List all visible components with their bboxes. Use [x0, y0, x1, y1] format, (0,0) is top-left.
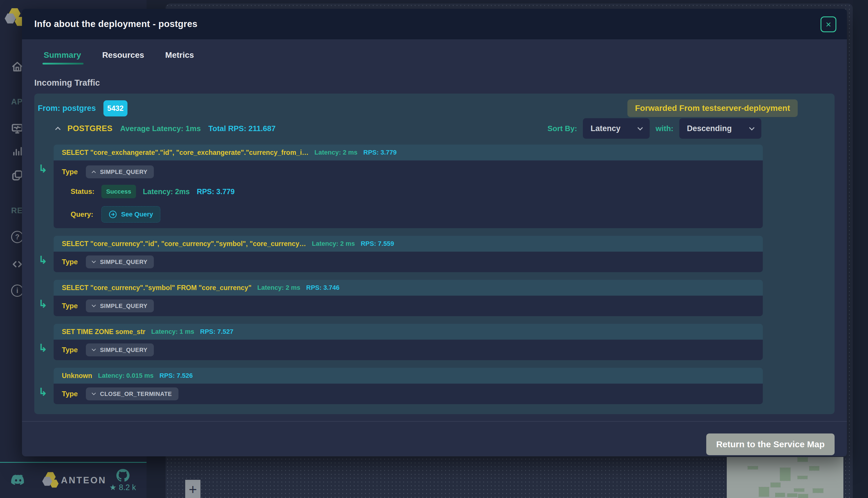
type-pill[interactable]: CLOSE_OR_TERMINATE	[86, 388, 178, 400]
query-latency: Latency: 1 ms	[151, 328, 194, 336]
sort-by-value: Latency	[591, 124, 620, 133]
star-icon: ★	[109, 483, 116, 492]
sort-by-label: Sort By:	[547, 124, 577, 133]
chevron-up-icon	[55, 127, 60, 132]
protocol-total-rps: Total RPS: 211.687	[208, 124, 275, 133]
query-group-body: Type SIMPLE_QUERY	[54, 340, 763, 360]
chevron-down-icon	[92, 347, 96, 351]
query-group: ↳ SELECT "core_currency"."symbol" FROM "…	[54, 280, 763, 316]
app-root: AP RE ? i	[0, 0, 868, 498]
query-text: SELECT "core_exchangerate"."id", "core_e…	[62, 149, 309, 157]
copy-icon	[11, 170, 23, 181]
query-group-body: Type CLOSE_OR_TERMINATE	[54, 384, 763, 404]
query-group: ↳ Unknown Latency: 0.015 ms RPS: 7.526 T…	[54, 368, 763, 404]
see-query-button[interactable]: See Query	[101, 206, 160, 223]
type-label: Type	[62, 390, 78, 398]
close-button[interactable]: ×	[820, 16, 836, 32]
type-pill[interactable]: SIMPLE_QUERY	[86, 255, 154, 268]
github-stars: ★ 8.2 k	[109, 483, 136, 492]
protocol-row: POSTGRES Average Latency: 1ms Total RPS:…	[34, 118, 835, 139]
chevron-up-icon	[92, 171, 96, 175]
sort-by-dropdown[interactable]: Latency	[583, 118, 650, 139]
modal-footer: Return to the Service Map	[34, 422, 835, 455]
sort-order-dropdown[interactable]: Descending	[679, 118, 761, 139]
tab-resources[interactable]: Resources	[102, 50, 144, 65]
chevron-down-icon	[92, 391, 96, 395]
query-text: SELECT "core_currency"."symbol" FROM "co…	[62, 284, 252, 292]
bar-chart-icon	[11, 145, 23, 157]
type-label: Type	[62, 302, 78, 310]
port-badge: 5432	[104, 100, 127, 116]
query-group-header[interactable]: Unknown Latency: 0.015 ms RPS: 7.526	[54, 368, 763, 384]
type-label: Type	[62, 168, 78, 176]
close-icon: ×	[826, 19, 831, 30]
branch-arrow-icon: ↳	[38, 386, 47, 398]
sidebar-section-label-ap: AP	[11, 97, 23, 106]
type-pill[interactable]: SIMPLE_QUERY	[86, 299, 154, 312]
type-label: Type	[62, 346, 78, 354]
query-rps: RPS: 7.527	[200, 328, 233, 336]
query-rps: RPS: 7.559	[361, 240, 394, 248]
query-groups: ↳ SELECT "core_exchangerate"."id", "core…	[54, 145, 763, 404]
type-value: SIMPLE_QUERY	[100, 259, 147, 265]
type-row: Type SIMPLE_QUERY	[62, 165, 755, 179]
type-value: SIMPLE_QUERY	[100, 303, 147, 310]
query-rps: RPS: 3.779	[363, 149, 397, 156]
query-detail-row: Query: See Query	[71, 206, 755, 223]
query-label: Query:	[71, 210, 93, 219]
query-latency: Latency: 2 ms	[314, 149, 357, 156]
sort-order-label: with:	[655, 124, 674, 133]
chevron-down-icon	[92, 259, 96, 263]
question-circle-icon: ?	[11, 231, 24, 243]
anteon-brand[interactable]: ANTEON	[42, 472, 106, 489]
status-rps: RPS: 3.779	[196, 187, 234, 196]
type-pill[interactable]: SIMPLE_QUERY	[86, 166, 154, 178]
modal-header: Info about the deployment - postgres ×	[22, 9, 847, 39]
chevron-down-icon	[638, 125, 643, 130]
chevron-down-icon	[749, 125, 754, 130]
type-value: SIMPLE_QUERY	[100, 347, 147, 353]
canvas-right-gutter	[853, 0, 868, 498]
status-row: Status: Success Latency: 2ms RPS: 3.779	[71, 184, 755, 199]
minimap[interactable]	[727, 457, 843, 498]
zoom-in-button[interactable]: +	[185, 480, 201, 498]
deployment-info-modal: Info about the deployment - postgres × S…	[22, 9, 847, 456]
query-group-header[interactable]: SET TIME ZONE some_str Latency: 1 ms RPS…	[54, 324, 763, 340]
discord-icon[interactable]	[11, 474, 26, 486]
query-latency: Latency: 0.015 ms	[98, 372, 154, 380]
type-label: Type	[62, 258, 78, 266]
status-label: Status:	[71, 187, 94, 196]
return-to-service-map-button[interactable]: Return to the Service Map	[706, 433, 835, 455]
query-group-body: Type SIMPLE_QUERY	[54, 252, 763, 272]
query-group-header[interactable]: SELECT "core_exchangerate"."id", "core_e…	[54, 145, 763, 160]
protocol-summary[interactable]: POSTGRES Average Latency: 1ms Total RPS:…	[56, 124, 275, 133]
anteon-logo-icon[interactable]	[5, 8, 24, 26]
modal-body: Summary Resources Metrics Incoming Traff…	[22, 39, 847, 456]
protocol-avg-latency: Average Latency: 1ms	[120, 124, 201, 133]
status-latency: Latency: 2ms	[143, 187, 190, 196]
from-row: From: postgres 5432 Forwarded From tests…	[34, 98, 835, 117]
query-group: ↳ SELECT "core_exchangerate"."id", "core…	[54, 145, 763, 228]
traffic-panel: From: postgres 5432 Forwarded From tests…	[34, 94, 835, 414]
tab-summary[interactable]: Summary	[44, 50, 81, 65]
branch-arrow-icon: ↳	[38, 254, 47, 266]
sort-order-value: Descending	[687, 124, 732, 133]
github-link[interactable]: ★ 8.2 k	[109, 469, 136, 492]
query-group-header[interactable]: SELECT "core_currency"."id", "core_curre…	[54, 236, 763, 252]
status-badge: Success	[101, 185, 136, 198]
query-group-header[interactable]: SELECT "core_currency"."symbol" FROM "co…	[54, 280, 763, 296]
query-text: SET TIME ZONE some_str	[62, 328, 145, 336]
see-query-label: See Query	[121, 211, 153, 218]
tab-metrics[interactable]: Metrics	[165, 50, 194, 65]
info-circle-icon: i	[11, 285, 24, 297]
type-pill[interactable]: SIMPLE_QUERY	[86, 343, 154, 356]
modal-title: Info about the deployment - postgres	[34, 19, 198, 29]
query-rps: RPS: 7.526	[159, 372, 193, 380]
query-rps: RPS: 3.746	[306, 284, 340, 291]
branch-arrow-icon: ↳	[38, 298, 47, 310]
query-latency: Latency: 2 ms	[257, 284, 300, 291]
query-group: ↳ SET TIME ZONE some_str Latency: 1 ms R…	[54, 324, 763, 360]
code-icon	[11, 258, 23, 270]
query-group-body: Type SIMPLE_QUERY Status: Success Latenc…	[54, 160, 763, 228]
query-text: Unknown	[62, 372, 92, 380]
